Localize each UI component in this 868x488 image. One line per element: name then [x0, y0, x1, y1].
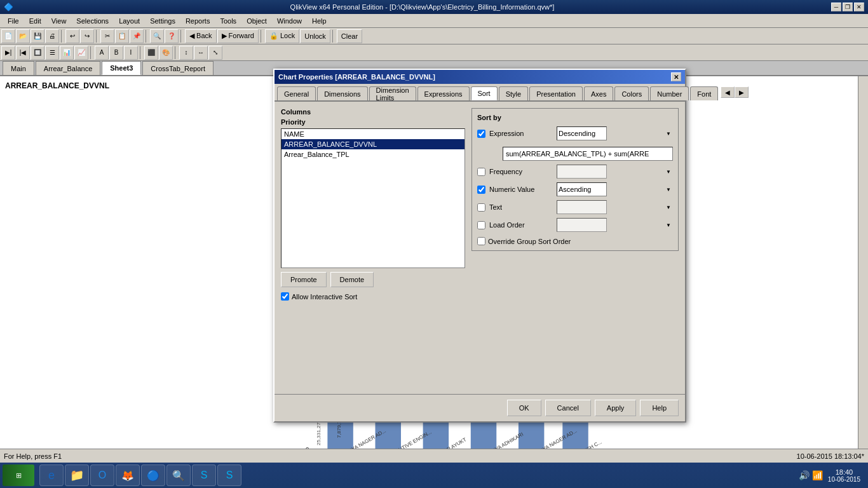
- tab-font[interactable]: Font: [690, 86, 718, 100]
- tab-expressions[interactable]: Expressions: [417, 86, 470, 100]
- open-button[interactable]: 📂: [16, 29, 30, 43]
- taskbar-outlook[interactable]: O: [90, 464, 114, 486]
- tab-dimensions[interactable]: Dimensions: [317, 86, 367, 100]
- menu-tools[interactable]: Tools: [215, 14, 241, 27]
- print-button[interactable]: 🖨: [45, 29, 59, 43]
- restore-button[interactable]: ❐: [843, 3, 853, 11]
- help-tb-button[interactable]: ❓: [165, 29, 179, 43]
- menu-settings[interactable]: Settings: [145, 14, 180, 27]
- tb2-btn7[interactable]: A: [95, 46, 109, 60]
- numeric-value-dropdown[interactable]: Ascending Descending: [557, 182, 607, 196]
- zoom-button[interactable]: 🔍: [150, 29, 164, 43]
- taskbar-chrome[interactable]: 🔵: [141, 464, 165, 486]
- new-button[interactable]: 📄: [1, 29, 15, 43]
- paste-button[interactable]: 📌: [130, 29, 144, 43]
- expression-checkbox[interactable]: [477, 130, 485, 138]
- cut-button[interactable]: ✂: [100, 29, 114, 43]
- tb2-btn9[interactable]: I: [124, 46, 138, 60]
- menu-object[interactable]: Object: [241, 14, 272, 27]
- tb2-btn5[interactable]: 📊: [60, 46, 74, 60]
- back-button[interactable]: ◀ Back: [185, 29, 217, 43]
- tb2-btn8[interactable]: B: [109, 46, 123, 60]
- list-item-name[interactable]: NAME: [281, 129, 465, 139]
- tab-general[interactable]: General: [277, 86, 316, 100]
- frequency-dropdown[interactable]: Ascending Descending: [557, 165, 607, 179]
- tab-sheet3[interactable]: Sheet3: [102, 61, 141, 75]
- minimize-button[interactable]: ─: [831, 3, 841, 11]
- menu-view[interactable]: View: [46, 14, 72, 27]
- tab-axes[interactable]: Axes: [584, 86, 613, 100]
- tab-number[interactable]: Number: [650, 86, 689, 100]
- save-button[interactable]: 💾: [31, 29, 44, 43]
- demote-button[interactable]: Demote: [330, 272, 374, 287]
- forward-button[interactable]: ▶ Forward: [217, 29, 259, 43]
- lock-button[interactable]: 🔒 Lock: [265, 29, 299, 43]
- list-item-arrear-balance-dvvnl[interactable]: ARREAR_BALANCE_DVVNL: [281, 139, 465, 149]
- allow-interactive-sort-checkbox[interactable]: [281, 292, 289, 301]
- copy-button[interactable]: 📋: [115, 29, 129, 43]
- expression-dropdown[interactable]: Ascending Descending: [557, 126, 607, 140]
- tb2-btn2[interactable]: |◀: [16, 46, 30, 60]
- tab-sort[interactable]: Sort: [471, 86, 498, 100]
- main-scrollbar[interactable]: [858, 76, 868, 454]
- frequency-checkbox[interactable]: [477, 168, 485, 176]
- menu-file[interactable]: File: [3, 14, 24, 27]
- menu-selections[interactable]: Selections: [71, 14, 114, 27]
- taskbar-skype2[interactable]: S: [217, 464, 241, 486]
- expression-text-field[interactable]: [503, 147, 673, 161]
- list-item-arrear-balance-tpl[interactable]: Arrear_Balance_TPL: [281, 149, 465, 159]
- tb2-btn10[interactable]: ⬛: [144, 46, 158, 60]
- cancel-button[interactable]: Cancel: [545, 400, 591, 416]
- tb2-btn4[interactable]: ☰: [45, 46, 59, 60]
- taskbar-search[interactable]: 🔍: [166, 464, 191, 486]
- tab-crosstab-report[interactable]: CrossTab_Report: [142, 61, 214, 75]
- tb2-btn14[interactable]: ⤡: [208, 46, 222, 60]
- load-order-dropdown[interactable]: Ascending Descending: [557, 218, 607, 232]
- tab-main[interactable]: Main: [3, 61, 34, 75]
- unlock-button[interactable]: Unlock: [300, 29, 330, 43]
- load-order-checkbox[interactable]: [477, 221, 485, 229]
- menu-edit[interactable]: Edit: [24, 14, 46, 27]
- tb2-btn12[interactable]: ↕: [179, 46, 193, 60]
- tabs-scroll-right[interactable]: ▶: [735, 86, 749, 98]
- taskbar-folder[interactable]: 📁: [65, 464, 89, 486]
- menu-window[interactable]: Window: [272, 14, 307, 27]
- apply-button[interactable]: Apply: [595, 400, 637, 416]
- text-dropdown[interactable]: Ascending Descending: [557, 200, 607, 214]
- ok-button[interactable]: OK: [507, 400, 541, 416]
- tb2-btn3[interactable]: 🔲: [31, 46, 44, 60]
- load-order-label: Load Order: [489, 221, 553, 229]
- tb2-btn6[interactable]: 📈: [74, 46, 88, 60]
- text-checkbox[interactable]: [477, 203, 485, 212]
- help-button[interactable]: Help: [640, 400, 679, 416]
- clear-button[interactable]: Clear: [337, 29, 362, 43]
- override-checkbox[interactable]: [477, 237, 485, 245]
- menu-layout[interactable]: Layout: [114, 14, 145, 27]
- menu-help[interactable]: Help: [307, 14, 332, 27]
- tab-colors[interactable]: Colors: [614, 86, 649, 100]
- tb2-btn11[interactable]: 🎨: [159, 46, 173, 60]
- tabs-scroll-left[interactable]: ◀: [721, 86, 735, 98]
- promote-button[interactable]: Promote: [281, 272, 327, 287]
- redo-button[interactable]: ↪: [80, 29, 94, 43]
- numeric-value-checkbox[interactable]: [477, 186, 485, 194]
- tb2-btn1[interactable]: ▶|: [1, 46, 15, 60]
- outlook-icon: O: [98, 470, 106, 481]
- close-button[interactable]: ✕: [854, 3, 864, 11]
- tab-dimension-limits[interactable]: Dimension Limits: [369, 86, 416, 100]
- dialog-close-button[interactable]: ✕: [671, 72, 681, 81]
- tab-arrear-balance[interactable]: Arrear_Balance: [36, 61, 100, 75]
- tab-style[interactable]: Style: [499, 86, 528, 100]
- start-button[interactable]: ⊞: [3, 464, 34, 486]
- taskbar-ie[interactable]: e: [39, 464, 64, 486]
- tb2-btn13[interactable]: ↔: [194, 46, 208, 60]
- frequency-label: Frequency: [489, 168, 553, 175]
- menu-reports[interactable]: Reports: [180, 14, 215, 27]
- clock[interactable]: 18:40 10-06-2015: [828, 468, 860, 483]
- undo-button[interactable]: ↩: [65, 29, 79, 43]
- tab-presentation[interactable]: Presentation: [529, 86, 583, 100]
- taskbar-skype1[interactable]: S: [192, 464, 216, 486]
- taskbar-firefox[interactable]: 🦊: [116, 464, 140, 486]
- columns-list[interactable]: NAME ARREAR_BALANCE_DVVNL Arrear_Balance…: [281, 128, 465, 268]
- priority-label: Priority: [281, 118, 465, 126]
